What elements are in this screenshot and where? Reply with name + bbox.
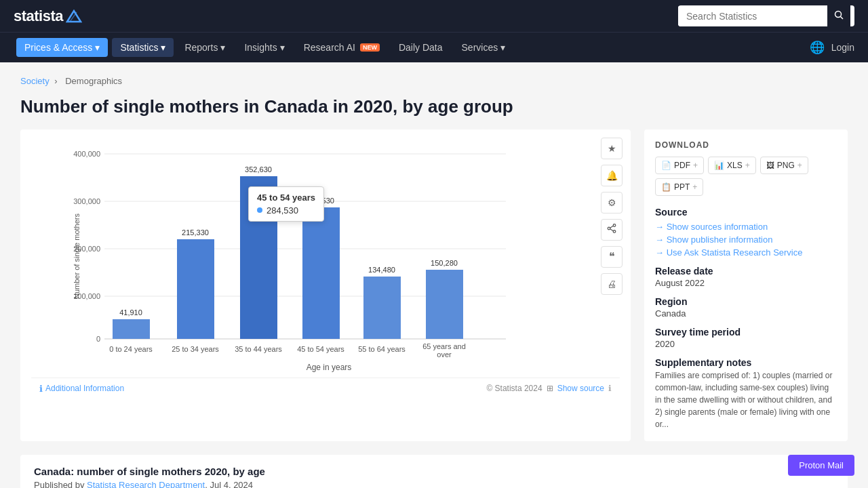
svg-text:35 to 44 years: 35 to 44 years (235, 345, 282, 353)
show-publisher-link[interactable]: Show publisher information (655, 235, 837, 245)
bottom-section: Canada: number of single mothers 2020, b… (20, 455, 848, 488)
nav-reports[interactable]: Reports ▾ (175, 33, 235, 62)
region-section: Region Canada (655, 296, 837, 319)
tooltip-title: 45 to 54 years (257, 192, 315, 203)
header: statista (0, 0, 868, 32)
survey-period-section: Survey time period 2020 (655, 327, 837, 349)
download-xls-button[interactable]: 📊 XLS + (708, 157, 756, 174)
svg-text:150,280: 150,280 (431, 259, 458, 267)
release-date-section: Release date August 2022 (655, 266, 837, 288)
right-panel: DOWNLOAD 📄 PDF + 📊 XLS + 🖼 PNG + (644, 129, 848, 441)
svg-point-0 (835, 12, 842, 18)
author-link[interactable]: Statista Research Department (87, 480, 205, 488)
logo-text: statista (14, 7, 63, 25)
search-icon (834, 10, 844, 20)
bar-65-plus (426, 270, 463, 339)
svg-text:352,630: 352,630 (245, 165, 272, 174)
download-buttons: 📄 PDF + 📊 XLS + 🖼 PNG + 📋 PPT + (655, 157, 837, 196)
tooltip-row: 284,530 (257, 205, 315, 216)
region-value: Canada (655, 308, 837, 319)
main-nav: Prices & Access ▾ Statistics ▾ Reports ▾… (0, 32, 868, 62)
svg-text:215,330: 215,330 (182, 228, 209, 237)
breadcrumb-separator: › (54, 76, 60, 86)
x-axis-label: Age in years (72, 363, 586, 372)
svg-text:300,000: 300,000 (73, 197, 100, 205)
nav-services[interactable]: Services ▾ (452, 33, 515, 62)
nav-daily-data[interactable]: Daily Data (389, 33, 452, 62)
svg-text:41,910: 41,910 (119, 308, 142, 317)
xls-icon: 📊 (714, 161, 724, 170)
download-png-button[interactable]: 🖼 PNG + (760, 157, 808, 174)
svg-text:400,000: 400,000 (73, 150, 100, 158)
publish-date: Jul 4, 2024 (210, 480, 253, 488)
breadcrumb-demographics: Demographics (65, 76, 122, 86)
chart-footer-right: © Statista 2024 ⊞ Show source ℹ (486, 384, 612, 393)
nav-right: 🌐 Login (810, 40, 854, 55)
main-content: ★ 🔔 ⚙ ❝ (0, 129, 868, 455)
svg-line-1 (841, 17, 844, 20)
chevron-down-icon: ▾ (220, 42, 225, 53)
chevron-down-icon: ▾ (161, 42, 165, 53)
y-axis-label: Number of single mothers (73, 214, 81, 299)
release-date-value: August 2022 (655, 278, 837, 288)
survey-period-label: Survey time period (655, 327, 837, 338)
tooltip-dot (257, 207, 262, 213)
download-title: DOWNLOAD (655, 140, 837, 150)
source-section: Source Show sources information Show pub… (655, 207, 837, 258)
chart-tooltip: 45 to 54 years 284,530 (248, 186, 324, 222)
ask-statista-link[interactable]: Use Ask Statista Research Service (655, 247, 837, 258)
supp-notes-text: Families are comprised of: 1) couples (m… (655, 369, 837, 430)
info-icon: ℹ (39, 384, 43, 394)
tooltip-value: 284,530 (267, 205, 298, 216)
chart-container: ★ 🔔 ⚙ ❝ (20, 129, 631, 441)
pdf-icon: 📄 (661, 161, 671, 170)
release-date-label: Release date (655, 266, 837, 277)
bottom-meta: Published by Statista Research Departmen… (34, 480, 834, 488)
svg-text:0 to 24 years: 0 to 24 years (109, 345, 153, 353)
additional-info-link[interactable]: ℹ Additional Information (39, 384, 124, 394)
svg-text:65 years and: 65 years and (422, 342, 466, 350)
copyright-text: © Statista 2024 (486, 384, 542, 393)
supp-notes-section: Supplementary notes Families are compris… (655, 357, 837, 430)
nav-prices-access[interactable]: Prices & Access ▾ (16, 38, 108, 57)
source-info-icon: ℹ (608, 384, 612, 393)
bar-55-64 (363, 277, 401, 339)
svg-text:0: 0 (96, 335, 100, 343)
download-pdf-button[interactable]: 📄 PDF + (655, 157, 704, 174)
nav-statistics[interactable]: Statistics ▾ (112, 38, 174, 57)
chevron-down-icon: ▾ (500, 42, 505, 53)
png-icon: 🖼 (766, 161, 774, 170)
logo-area: statista (14, 7, 82, 25)
supp-notes-label: Supplementary notes (655, 357, 837, 368)
svg-text:134,480: 134,480 (368, 266, 395, 274)
proton-mail-badge[interactable]: Proton Mail (788, 455, 854, 476)
chart-svg: 400,000 300,000 200,000 100,000 0 41,910… (72, 140, 519, 357)
search-button[interactable] (827, 5, 850, 26)
login-button[interactable]: Login (831, 42, 854, 53)
show-sources-link[interactable]: Show sources information (655, 222, 837, 232)
svg-text:55 to 64 years: 55 to 64 years (358, 345, 406, 353)
region-label: Region (655, 296, 837, 307)
survey-period-value: 2020 (655, 339, 837, 349)
ppt-icon: 📋 (661, 182, 671, 192)
source-title: Source (655, 207, 837, 218)
nav-insights[interactable]: Insights ▾ (235, 33, 294, 62)
bar-0-24 (113, 319, 150, 339)
svg-text:25 to 34 years: 25 to 34 years (172, 345, 219, 353)
chart-area: Number of single mothers 400,000 300,000… (31, 140, 620, 372)
logo-icon (66, 9, 82, 23)
bottom-title: Canada: number of single mothers 2020, b… (34, 466, 834, 477)
breadcrumb-society[interactable]: Society (20, 76, 50, 86)
bar-45-54 (302, 207, 340, 339)
nav-research-ai[interactable]: Research AI NEW (294, 33, 389, 62)
globe-icon[interactable]: 🌐 (810, 40, 825, 55)
chart-footer: ℹ Additional Information © Statista 2024… (31, 378, 620, 396)
search-input[interactable] (678, 6, 827, 26)
svg-text:45 to 54 years: 45 to 54 years (297, 345, 344, 353)
download-ppt-button[interactable]: 📋 PPT + (655, 178, 703, 196)
search-box (678, 5, 854, 26)
show-source-link[interactable]: Show source (557, 384, 604, 393)
expand-icon: ⊞ (547, 384, 553, 393)
bar-25-34 (177, 239, 214, 339)
chevron-down-icon: ▾ (280, 42, 285, 53)
